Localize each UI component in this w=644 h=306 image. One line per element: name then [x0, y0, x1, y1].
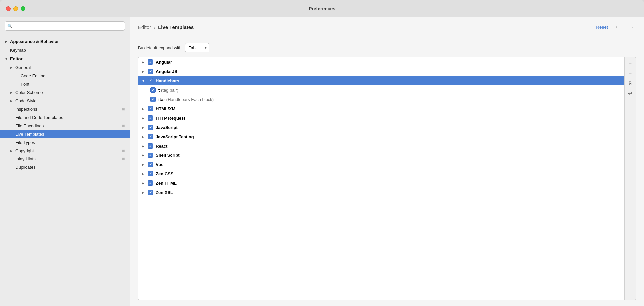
- sidebar-item-general[interactable]: ▶ General: [0, 63, 130, 72]
- template-checkbox[interactable]: [148, 134, 153, 139]
- list-item[interactable]: ▶ Zen CSS: [138, 169, 624, 178]
- sidebar-scroll: ▶ Appearance & Behavior Keymap ▼ Editor …: [0, 35, 130, 306]
- chevron-right-icon: ▶: [142, 70, 148, 73]
- list-item[interactable]: t (tag pair): [138, 85, 624, 95]
- template-list-container: ▶ Angular ▶ AngularJS ▼: [138, 57, 636, 300]
- chevron-right-icon: ▶: [142, 191, 148, 194]
- forward-button[interactable]: →: [627, 23, 636, 31]
- chevron-right-icon: ▶: [142, 144, 148, 148]
- template-label: HTTP Request: [156, 116, 185, 121]
- list-item[interactable]: ▶ HTML/XML: [138, 104, 624, 113]
- expand-select[interactable]: Tab Enter Space: [185, 43, 209, 52]
- list-item[interactable]: ▶ Angular: [138, 57, 624, 67]
- side-actions: + − ⎘ ↩: [624, 57, 636, 300]
- template-label: Zen CSS: [156, 171, 173, 176]
- copy-button[interactable]: ⎘: [626, 79, 635, 88]
- sidebar-item-inspections[interactable]: Inspections ⊞: [0, 105, 130, 113]
- sidebar-item-font[interactable]: Font: [0, 80, 130, 88]
- add-button[interactable]: +: [626, 59, 635, 68]
- sidebar-item-appearance-behavior[interactable]: ▶ Appearance & Behavior: [0, 37, 130, 46]
- breadcrumb: Editor › Live Templates: [138, 24, 194, 30]
- template-label: t (tag pair): [158, 88, 178, 93]
- sidebar-item-code-editing[interactable]: Code Editing: [0, 72, 130, 80]
- chevron-right-icon: ▶: [5, 40, 10, 43]
- main-header: Editor › Live Templates Reset ← →: [130, 17, 644, 37]
- sidebar-item-code-style[interactable]: ▶ Code Style: [0, 97, 130, 105]
- template-checkbox[interactable]: [148, 78, 153, 83]
- template-checkbox[interactable]: [148, 162, 153, 167]
- sidebar-item-duplicates[interactable]: Duplicates: [0, 163, 130, 171]
- template-checkbox[interactable]: [150, 87, 156, 93]
- template-checkbox[interactable]: [148, 180, 153, 186]
- list-item[interactable]: ▶ Vue: [138, 160, 624, 169]
- sidebar-item-keymap[interactable]: Keymap: [0, 46, 130, 54]
- template-label: JavaScript Testing: [156, 134, 194, 139]
- sidebar-item-color-scheme[interactable]: ▶ Color Scheme: [0, 88, 130, 97]
- reset-button[interactable]: Reset: [596, 25, 608, 30]
- template-label: Handlebars: [156, 78, 179, 83]
- sidebar-item-label: File Encodings: [15, 123, 122, 128]
- sidebar-item-live-templates[interactable]: Live Templates: [0, 130, 130, 138]
- template-label: Zen HTML: [156, 181, 177, 186]
- template-label: Shell Script: [156, 153, 180, 158]
- expand-select-wrap: Tab Enter Space: [185, 43, 209, 52]
- remove-button[interactable]: −: [626, 69, 635, 78]
- template-checkbox[interactable]: [148, 171, 153, 176]
- chevron-right-icon: ▶: [142, 126, 148, 129]
- chevron-right-icon: ▶: [142, 163, 148, 166]
- list-item[interactable]: itar (Handlebars Each block): [138, 95, 624, 104]
- breadcrumb-parent: Editor: [138, 24, 151, 30]
- template-checkbox[interactable]: [148, 106, 153, 111]
- close-button[interactable]: [6, 6, 11, 11]
- breadcrumb-current: Live Templates: [158, 24, 194, 30]
- sidebar-item-editor[interactable]: ▼ Editor: [0, 54, 130, 63]
- list-item[interactable]: ▶ AngularJS: [138, 67, 624, 76]
- sidebar-item-label: Code Style: [15, 98, 125, 103]
- template-checkbox[interactable]: [148, 115, 153, 121]
- template-label: Zen XSL: [156, 190, 173, 195]
- template-label: itar (Handlebars Each block): [158, 97, 214, 102]
- list-item[interactable]: ▶ Zen HTML: [138, 178, 624, 188]
- search-wrap: 🔍: [5, 21, 125, 31]
- list-item[interactable]: ▶ React: [138, 141, 624, 151]
- revert-button[interactable]: ↩: [626, 89, 635, 98]
- list-item[interactable]: ▶ Shell Script: [138, 151, 624, 160]
- template-checkbox[interactable]: [148, 143, 153, 149]
- chevron-right-icon: ▶: [10, 149, 15, 153]
- template-checkbox[interactable]: [148, 125, 153, 130]
- list-item[interactable]: ▶ JavaScript Testing: [138, 132, 624, 141]
- sidebar-item-label: Editor: [10, 56, 23, 61]
- back-button[interactable]: ←: [613, 23, 622, 31]
- minimize-button[interactable]: [13, 6, 18, 11]
- template-label: AngularJS: [156, 69, 177, 74]
- chevron-down-icon: ▼: [5, 57, 10, 61]
- expand-row: By default expand with Tab Enter Space: [138, 43, 636, 52]
- chevron-right-icon: ▶: [142, 116, 148, 120]
- template-checkbox[interactable]: [148, 69, 153, 74]
- maximize-button[interactable]: [21, 6, 25, 11]
- settings-icon: ⊞: [122, 149, 125, 153]
- sidebar-item-label: Live Templates: [15, 132, 125, 137]
- template-label: Vue: [156, 162, 163, 167]
- chevron-right-icon: ▶: [10, 99, 15, 103]
- sidebar-item-file-types[interactable]: File Types: [0, 138, 130, 147]
- list-item[interactable]: ▶ JavaScript: [138, 123, 624, 132]
- template-checkbox[interactable]: [148, 153, 153, 158]
- sidebar-item-label: Code Editing: [21, 73, 125, 78]
- sidebar-item-label: File Types: [15, 140, 125, 145]
- template-checkbox[interactable]: [150, 97, 156, 102]
- expand-label: By default expand with: [138, 45, 182, 50]
- sidebar-item-label: Inspections: [15, 107, 122, 112]
- template-checkbox[interactable]: [148, 190, 153, 195]
- sidebar-item-file-code-templates[interactable]: File and Code Templates: [0, 113, 130, 122]
- list-item[interactable]: ▶ HTTP Request: [138, 113, 624, 123]
- sidebar-item-copyright[interactable]: ▶ Copyright ⊞: [0, 147, 130, 155]
- sidebar-item-inlay-hints[interactable]: Inlay Hints ⊞: [0, 155, 130, 163]
- sidebar: 🔍 ▶ Appearance & Behavior Keymap ▼: [0, 17, 130, 306]
- list-item[interactable]: ▶ Zen XSL: [138, 188, 624, 197]
- list-item[interactable]: ▼ Handlebars: [138, 76, 624, 85]
- sidebar-item-file-encodings[interactable]: File Encodings ⊞: [0, 122, 130, 130]
- template-checkbox[interactable]: [148, 59, 153, 65]
- content-area: 🔍 ▶ Appearance & Behavior Keymap ▼: [0, 17, 644, 306]
- search-input[interactable]: [5, 21, 125, 31]
